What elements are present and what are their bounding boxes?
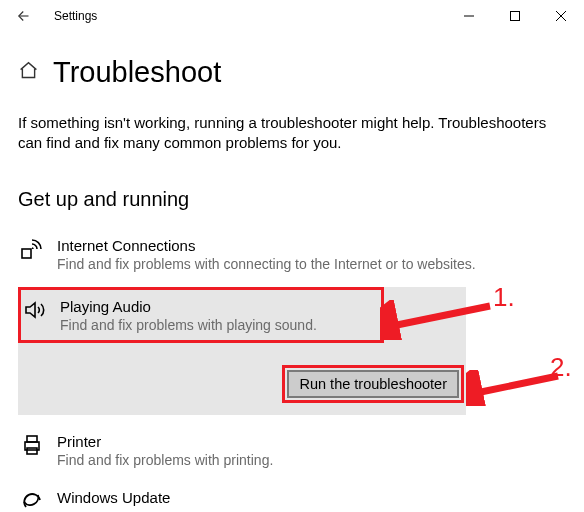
minimize-button[interactable] xyxy=(446,0,492,32)
titlebar: Settings xyxy=(0,0,584,32)
annotation-box-2: Run the troubleshooter xyxy=(282,365,464,403)
page-title: Troubleshoot xyxy=(53,56,221,89)
arrow-left-icon xyxy=(15,7,33,25)
troubleshooter-item-printer[interactable]: Printer Find and fix problems with print… xyxy=(18,425,566,477)
window-controls xyxy=(446,0,584,32)
maximize-icon xyxy=(510,11,520,21)
run-troubleshooter-button[interactable]: Run the troubleshooter xyxy=(287,370,459,398)
selected-troubleshooter: Playing Audio Find and fix problems with… xyxy=(18,287,466,415)
item-desc: Find and fix problems with playing sound… xyxy=(60,316,317,334)
item-name: Windows Update xyxy=(57,489,170,506)
troubleshooter-item-update[interactable]: Windows Update xyxy=(18,481,566,512)
svg-rect-4 xyxy=(27,448,37,454)
troubleshooter-item-internet[interactable]: Internet Connections Find and fix proble… xyxy=(18,229,566,281)
item-text: Printer Find and fix problems with print… xyxy=(57,433,273,469)
refresh-icon xyxy=(20,489,44,512)
item-desc: Find and fix problems with connecting to… xyxy=(57,255,476,273)
section-title: Get up and running xyxy=(18,188,566,211)
network-icon xyxy=(20,237,44,261)
page-header: Troubleshoot xyxy=(18,56,566,89)
item-desc: Find and fix problems with printing. xyxy=(57,451,273,469)
home-icon xyxy=(18,60,39,85)
content-area: Troubleshoot If something isn't working,… xyxy=(0,32,584,512)
speaker-icon xyxy=(23,298,47,322)
maximize-button[interactable] xyxy=(492,0,538,32)
annotation-box-1: Playing Audio Find and fix problems with… xyxy=(18,287,384,343)
item-text: Windows Update xyxy=(57,489,170,506)
item-name: Internet Connections xyxy=(57,237,476,254)
back-button[interactable] xyxy=(0,0,48,32)
svg-rect-1 xyxy=(22,249,31,258)
intro-text: If something isn't working, running a tr… xyxy=(18,113,566,154)
run-button-row: Run the troubleshooter xyxy=(18,365,466,403)
troubleshooter-item-audio[interactable]: Playing Audio Find and fix problems with… xyxy=(21,290,381,340)
window-title: Settings xyxy=(54,9,97,23)
printer-icon xyxy=(20,433,44,457)
close-icon xyxy=(556,11,566,21)
item-name: Playing Audio xyxy=(60,298,317,315)
item-text: Internet Connections Find and fix proble… xyxy=(57,237,476,273)
close-button[interactable] xyxy=(538,0,584,32)
svg-rect-3 xyxy=(27,436,37,442)
item-text: Playing Audio Find and fix problems with… xyxy=(60,298,317,334)
minimize-icon xyxy=(464,11,474,21)
item-name: Printer xyxy=(57,433,273,450)
svg-rect-0 xyxy=(511,12,520,21)
